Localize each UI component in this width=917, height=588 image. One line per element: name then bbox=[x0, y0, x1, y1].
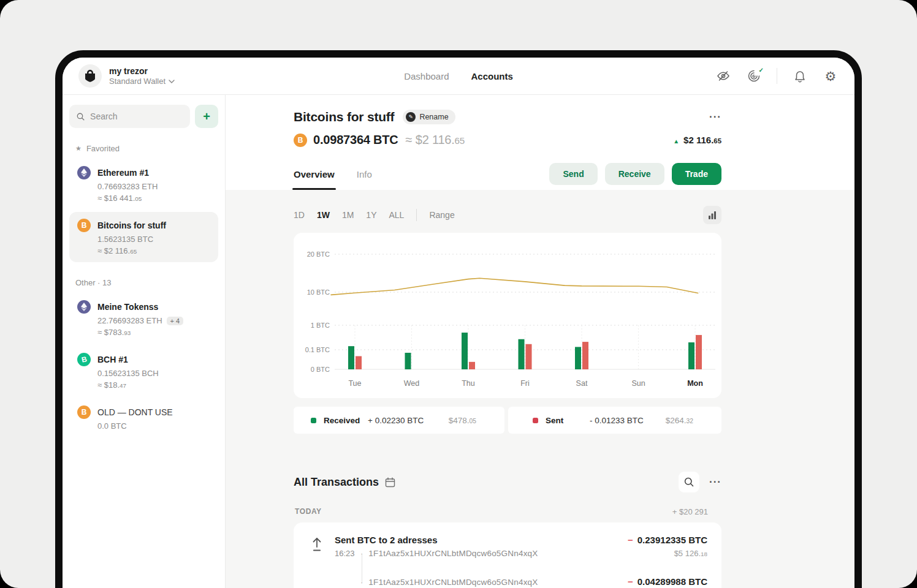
group-label: TODAY bbox=[295, 507, 322, 516]
account-fiat: ≈ $783.93 bbox=[97, 328, 131, 337]
send-button[interactable]: Send bbox=[549, 163, 597, 185]
account-title: Bitcoins for stuff bbox=[294, 110, 394, 124]
receive-button[interactable]: Receive bbox=[605, 163, 664, 185]
account-amount: 22.76693283 ETH bbox=[97, 316, 162, 325]
svg-text:Fri: Fri bbox=[520, 379, 530, 388]
transactions-header: All Transactions ··· bbox=[294, 472, 721, 492]
transactions-title: All Transactions bbox=[294, 476, 379, 489]
app-window: my trezor Standard Wallet Dashboard Acco… bbox=[55, 50, 862, 588]
transaction-amount: − 0.23912335 BTC bbox=[628, 535, 707, 545]
other-section-label: Other · 13 bbox=[75, 278, 218, 287]
eth-coin-icon bbox=[77, 166, 91, 179]
transaction-time: 16:23 bbox=[335, 549, 355, 558]
transaction-address: 1F1tAaz5x1HUXrCNLbtMDqcw6o5GNn4xqX bbox=[368, 578, 538, 587]
transaction-row[interactable]: Sent BTC to 2 adresses − 0.23912335 BTC … bbox=[310, 535, 707, 587]
chart-type-button[interactable] bbox=[703, 206, 721, 224]
range-1w[interactable]: 1W bbox=[317, 210, 330, 220]
tab-overview[interactable]: Overview bbox=[294, 158, 335, 190]
other-label: Other · 13 bbox=[75, 278, 112, 287]
topbar-divider bbox=[777, 68, 777, 84]
trezor-logo-icon bbox=[78, 64, 102, 88]
balance-change: ▲ $2 116.65 bbox=[673, 135, 721, 145]
svg-text:0 BTC: 0 BTC bbox=[311, 366, 330, 373]
search-icon bbox=[684, 477, 694, 487]
range-1y[interactable]: 1Y bbox=[366, 210, 376, 220]
address-connector-line bbox=[362, 554, 362, 582]
sidebar-account-meine-tokenss[interactable]: Meine Tokenss 22.76693283 ETH + 4 ≈ $783… bbox=[69, 293, 218, 344]
token-count-badge: + 4 bbox=[167, 317, 184, 325]
tor-status-icon[interactable]: ✓ bbox=[746, 68, 762, 84]
range-1m[interactable]: 1M bbox=[342, 210, 354, 220]
range-all[interactable]: ALL bbox=[389, 210, 404, 220]
topbar-icons: ✓ ⚙ bbox=[715, 68, 839, 84]
desktop-background: my trezor Standard Wallet Dashboard Acco… bbox=[0, 0, 917, 588]
group-total: + $20 291 bbox=[672, 507, 708, 516]
settings-gear-icon[interactable]: ⚙ bbox=[823, 68, 839, 84]
transaction-search-button[interactable] bbox=[679, 472, 699, 492]
account-amount: 0.0 BTC bbox=[97, 421, 127, 431]
legend-received: Received + 0.02230 BTC $478.05 bbox=[294, 407, 504, 434]
trade-button[interactable]: Trade bbox=[672, 163, 721, 185]
account-balance-btc: 0.0987364 BTC bbox=[313, 133, 398, 147]
sidebar-account-bch-1[interactable]: B BCH #1 0.15623135 BCH ≈ $18.47 bbox=[69, 346, 218, 396]
wallet-text: my trezor Standard Wallet bbox=[109, 66, 175, 86]
bar-chart-icon bbox=[708, 211, 717, 219]
received-label: Received bbox=[324, 416, 368, 425]
top-navigation: Dashboard Accounts bbox=[404, 58, 513, 94]
legend-sent: Sent - 0.01233 BTC $264.32 bbox=[508, 407, 721, 434]
account-menu-button[interactable]: ··· bbox=[709, 115, 721, 120]
balance-chart[interactable]: 20 BTC10 BTC1 BTC0.1 BTC0 BTCTueWedThuFr… bbox=[294, 233, 721, 398]
send-arrow-icon bbox=[310, 537, 324, 552]
app-body: + ★ Favorited Ethereum #1 0.76693283 ETH… bbox=[63, 95, 854, 588]
account-name: OLD — DONT USE bbox=[97, 407, 173, 417]
rename-button[interactable]: ✎ Rename bbox=[403, 110, 455, 124]
transactions-menu-button[interactable]: ··· bbox=[709, 480, 721, 485]
nav-accounts[interactable]: Accounts bbox=[471, 71, 513, 81]
account-balance-fiat: ≈ $2 116.65 bbox=[406, 133, 465, 147]
btc-coin-icon: B bbox=[294, 134, 307, 147]
sidebar-account-old-dont-use[interactable]: B OLD — DONT USE 0.0 BTC bbox=[69, 399, 218, 437]
svg-text:Sat: Sat bbox=[576, 379, 588, 388]
account-amount: 0.76693283 ETH bbox=[97, 182, 158, 191]
tab-info[interactable]: Info bbox=[357, 158, 372, 190]
btc-coin-icon: B bbox=[77, 405, 91, 419]
wallet-selector[interactable]: my trezor Standard Wallet bbox=[78, 64, 175, 88]
account-fiat: ≈ $16 441.05 bbox=[97, 194, 142, 203]
hide-balances-icon[interactable] bbox=[715, 68, 731, 84]
range-1d[interactable]: 1D bbox=[294, 210, 305, 220]
search-input[interactable] bbox=[90, 111, 183, 121]
transaction-amount: − 0.04289988 BTC bbox=[628, 576, 707, 587]
svg-text:Sun: Sun bbox=[631, 379, 645, 388]
transaction-title: Sent BTC to 2 adresses bbox=[335, 535, 438, 545]
notifications-bell-icon[interactable] bbox=[792, 68, 808, 84]
calendar-icon[interactable] bbox=[385, 477, 395, 488]
transactions-group-row: TODAY + $20 291 bbox=[294, 507, 721, 516]
svg-text:1 BTC: 1 BTC bbox=[311, 322, 330, 329]
sent-dot-icon bbox=[533, 418, 538, 423]
svg-text:0.1 BTC: 0.1 BTC bbox=[305, 346, 330, 353]
account-name: Meine Tokenss bbox=[97, 302, 158, 312]
topbar: my trezor Standard Wallet Dashboard Acco… bbox=[63, 58, 854, 95]
wallet-type: Standard Wallet bbox=[109, 77, 166, 86]
pencil-icon: ✎ bbox=[406, 112, 416, 122]
svg-text:Mon: Mon bbox=[687, 379, 703, 388]
svg-text:Thu: Thu bbox=[462, 379, 475, 388]
sidebar-account-ethereum-1[interactable]: Ethereum #1 0.76693283 ETH ≈ $16 441.05 bbox=[69, 159, 218, 209]
balance-chart-card: 20 BTC10 BTC1 BTC0.1 BTC0 BTCTueWedThuFr… bbox=[294, 233, 721, 398]
chevron-down-icon bbox=[169, 80, 175, 83]
sent-label: Sent bbox=[546, 416, 590, 425]
nav-dashboard[interactable]: Dashboard bbox=[404, 71, 449, 81]
triangle-up-icon: ▲ bbox=[673, 138, 679, 145]
account-name: Ethereum #1 bbox=[97, 168, 149, 178]
wallet-name: my trezor bbox=[109, 66, 175, 76]
range-custom[interactable]: Range bbox=[429, 210, 454, 220]
svg-text:10 BTC: 10 BTC bbox=[307, 288, 330, 296]
received-fiat: $478.05 bbox=[449, 416, 476, 425]
btc-coin-icon: B bbox=[77, 219, 91, 232]
search-input-wrapper[interactable] bbox=[69, 105, 190, 128]
account-overview-body: 1D 1W 1M 1Y ALL Range 20 BTC10 BTC1 BTC0… bbox=[226, 190, 854, 588]
sidebar-account-bitcoins-for-stuff[interactable]: B Bitcoins for stuff 1.5623135 BTC ≈ $2 … bbox=[69, 212, 218, 262]
received-amount: + 0.02230 BTC bbox=[368, 416, 424, 425]
add-account-button[interactable]: + bbox=[195, 105, 218, 128]
account-header: Bitcoins for stuff ✎ Rename ··· B 0.0987… bbox=[226, 95, 854, 190]
